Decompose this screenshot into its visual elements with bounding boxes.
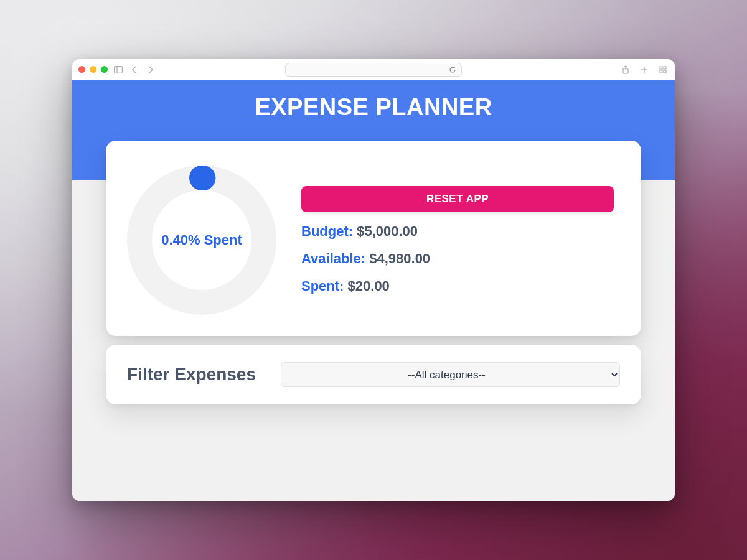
- svg-rect-5: [660, 67, 662, 69]
- browser-window: EXPENSE PLANNER 0.40% Spent: [72, 59, 675, 501]
- budget-stats: RESET APP Budget: $5,000.00 Available: $…: [301, 186, 614, 294]
- tab-overview-icon[interactable]: [657, 64, 669, 75]
- stat-available: Available: $4,980.00: [301, 251, 614, 267]
- app-viewport: EXPENSE PLANNER 0.40% Spent: [72, 80, 675, 501]
- back-icon[interactable]: [129, 64, 140, 75]
- forward-icon[interactable]: [145, 64, 156, 75]
- svg-rect-6: [664, 67, 666, 69]
- progress-label: 0.40% Spent: [127, 166, 276, 315]
- maximize-window-icon[interactable]: [101, 66, 108, 73]
- page-title: EXPENSE PLANNER: [72, 94, 675, 127]
- svg-rect-8: [664, 70, 666, 73]
- svg-rect-7: [660, 70, 662, 73]
- filter-card: Filter Expenses --All categories--: [106, 345, 641, 404]
- sidebar-toggle-icon[interactable]: [113, 64, 124, 75]
- stat-spent-value: $20.00: [348, 278, 390, 294]
- svg-rect-0: [115, 66, 123, 73]
- reload-icon[interactable]: [449, 66, 456, 73]
- filter-category-select[interactable]: --All categories--: [281, 362, 620, 387]
- minimize-window-icon[interactable]: [90, 66, 96, 73]
- progress-ring: 0.40% Spent: [127, 166, 276, 315]
- content-area: 0.40% Spent RESET APP Budget: $5,000.00 …: [72, 180, 675, 501]
- titlebar: [72, 59, 675, 80]
- window-controls: [78, 66, 108, 73]
- reset-app-button[interactable]: RESET APP: [301, 186, 614, 212]
- progress-ring-container: 0.40% Spent: [127, 166, 276, 315]
- close-window-icon[interactable]: [78, 66, 85, 73]
- share-icon[interactable]: [620, 64, 631, 75]
- stat-available-value: $4,980.00: [369, 251, 430, 266]
- stat-budget-value: $5,000.00: [357, 223, 418, 239]
- stat-budget-label: Budget:: [301, 223, 357, 239]
- stat-spent: Spent: $20.00: [301, 278, 614, 294]
- stat-available-label: Available:: [301, 251, 369, 266]
- filter-title: Filter Expenses: [127, 365, 256, 385]
- address-bar[interactable]: [285, 63, 462, 77]
- stat-spent-label: Spent:: [301, 278, 348, 294]
- new-tab-icon[interactable]: [639, 64, 650, 75]
- budget-summary-card: 0.40% Spent RESET APP Budget: $5,000.00 …: [106, 141, 641, 336]
- stat-budget: Budget: $5,000.00: [301, 223, 614, 240]
